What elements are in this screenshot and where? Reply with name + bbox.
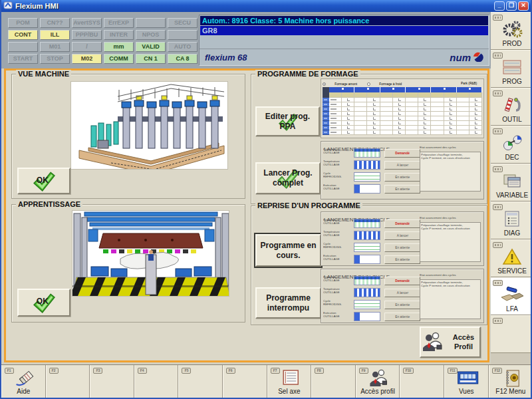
formage-radio-formage-amont[interactable]: Formage amont — [323, 81, 364, 87]
table-row[interactable] — [323, 107, 482, 112]
toolbar-button-pom[interactable]: POM — [8, 18, 38, 28]
table-cell[interactable] — [418, 121, 431, 126]
table-cell[interactable] — [380, 112, 393, 116]
vue-machine-ok-button[interactable]: OK — [17, 168, 70, 194]
sidebar-item-variable[interactable]: VARIABLE — [491, 164, 532, 201]
sidebar-item-prod[interactable]: PROD — [491, 12, 532, 50]
table-cell[interactable] — [444, 112, 457, 116]
table-cell[interactable] — [342, 121, 354, 126]
table-cell[interactable] — [431, 98, 444, 102]
row-selector[interactable] — [323, 121, 329, 126]
table-cell[interactable] — [354, 126, 367, 130]
table-cell[interactable] — [469, 130, 482, 135]
table-cell[interactable] — [367, 130, 380, 135]
minimize-icon[interactable]: _ — [494, 1, 505, 11]
table-cell[interactable] — [342, 126, 354, 130]
table-cell[interactable] — [354, 107, 367, 112]
table-cell[interactable] — [380, 121, 393, 126]
table-cell[interactable] — [342, 102, 354, 107]
cycle-status-button[interactable]: Demandé — [384, 277, 420, 285]
apprentissage-ok-button[interactable]: OK — [17, 289, 70, 317]
cycle-status-button[interactable]: En attente — [384, 173, 420, 182]
table-cell[interactable] — [431, 126, 444, 130]
row-selector[interactable] — [323, 126, 329, 130]
formage-radio-formage-froid[interactable]: Formage à froid — [367, 81, 409, 87]
table-cell[interactable] — [380, 116, 393, 121]
toolbar-button-secu[interactable]: SECU — [168, 18, 198, 28]
table-cell[interactable] — [431, 121, 444, 126]
table-cell[interactable] — [406, 126, 418, 130]
close-icon[interactable]: ✕ — [518, 1, 529, 11]
table-cell[interactable] — [406, 98, 418, 102]
table-cell[interactable] — [393, 121, 406, 126]
sidebar-item-outil[interactable]: OUTIL — [491, 88, 532, 126]
table-cell[interactable] — [444, 130, 457, 135]
toolbar-button-cn[interactable]: CN?? — [40, 18, 70, 28]
table-cell[interactable] — [457, 116, 469, 121]
cycle-status-button[interactable]: Demandé — [384, 219, 420, 228]
table-cell[interactable] — [354, 116, 367, 121]
acces-profil-button[interactable]: Accès Profil — [420, 327, 481, 358]
row-selector[interactable] — [323, 107, 329, 112]
toolbar-button-mm[interactable]: mm — [104, 42, 134, 52]
table-cell[interactable] — [354, 98, 367, 102]
table-cell[interactable] — [380, 107, 393, 112]
table-cell[interactable] — [354, 130, 367, 135]
row-selector[interactable] — [323, 112, 329, 116]
table-cell[interactable] — [418, 102, 431, 107]
toolbar-button-valid[interactable]: VALID — [136, 42, 166, 52]
bottom-button-aide[interactable]: F1Aide — [1, 365, 46, 398]
table-cell[interactable] — [469, 107, 482, 112]
toolbar-button-start[interactable]: START — [8, 54, 38, 64]
programme-en-cours-button[interactable]: Programme en cours. — [255, 234, 321, 267]
table-cell[interactable] — [342, 130, 354, 135]
table-row[interactable] — [323, 112, 482, 116]
bottom-button-acc-s-profil[interactable]: F9Accès profil — [356, 365, 400, 398]
cycle-status-button[interactable]: A lancer — [384, 231, 420, 240]
toolbar-button-cont[interactable]: CONT — [8, 30, 38, 40]
table-cell[interactable] — [367, 112, 380, 116]
cycle-status-button[interactable]: Demandé — [384, 149, 420, 158]
toolbar-button-comm[interactable]: COMM — [104, 54, 134, 64]
table-cell[interactable] — [329, 112, 342, 116]
table-cell[interactable] — [431, 102, 444, 107]
table-cell[interactable] — [342, 116, 354, 121]
restore-icon[interactable]: ❐ — [506, 1, 517, 11]
table-cell[interactable] — [444, 121, 457, 126]
table-cell[interactable] — [406, 102, 418, 107]
table-cell[interactable] — [469, 126, 482, 130]
toolbar-button-m01[interactable]: M01 — [40, 42, 70, 52]
table-cell[interactable] — [469, 116, 482, 121]
toolbar-button-blank[interactable] — [168, 30, 198, 40]
bottom-button-f4[interactable]: F4 — [134, 365, 179, 398]
table-cell[interactable] — [431, 116, 444, 121]
sidebar-item-blank[interactable] — [491, 315, 532, 353]
table-cell[interactable] — [329, 130, 342, 135]
table-cell[interactable] — [418, 112, 431, 116]
table-cell[interactable] — [354, 112, 367, 116]
sidebar-item-lfa[interactable]: LFA — [491, 277, 532, 315]
cycle-status-button[interactable]: En attente — [384, 301, 420, 309]
sidebar-item-dec[interactable]: DEC — [491, 126, 532, 164]
programme-interrompu-button[interactable]: Programme interrompu — [255, 287, 321, 319]
table-cell[interactable] — [431, 130, 444, 135]
table-row[interactable] — [323, 98, 482, 102]
table-cell[interactable] — [406, 112, 418, 116]
toolbar-button-m02[interactable]: M02 — [72, 54, 102, 64]
table-cell[interactable] — [431, 107, 444, 112]
cycle-status-button[interactable]: A lancer — [384, 289, 420, 297]
table-cell[interactable] — [354, 121, 367, 126]
bottom-button-f8[interactable]: F8 — [311, 365, 356, 398]
table-cell[interactable] — [329, 102, 342, 107]
row-selector[interactable] — [323, 130, 329, 135]
table-cell[interactable] — [469, 98, 482, 102]
table-row[interactable] — [323, 116, 482, 121]
table-cell[interactable] — [444, 102, 457, 107]
sidebar-item-prog[interactable]: PROG — [491, 50, 532, 88]
toolbar-button-npos[interactable]: NPOS — [136, 30, 166, 40]
table-cell[interactable] — [444, 126, 457, 130]
bottom-button-f10[interactable]: F10 — [400, 365, 444, 398]
toolbar-button-auto[interactable]: AUTO — [168, 42, 198, 52]
row-selector[interactable] — [323, 102, 329, 107]
row-selector[interactable] — [323, 116, 329, 121]
